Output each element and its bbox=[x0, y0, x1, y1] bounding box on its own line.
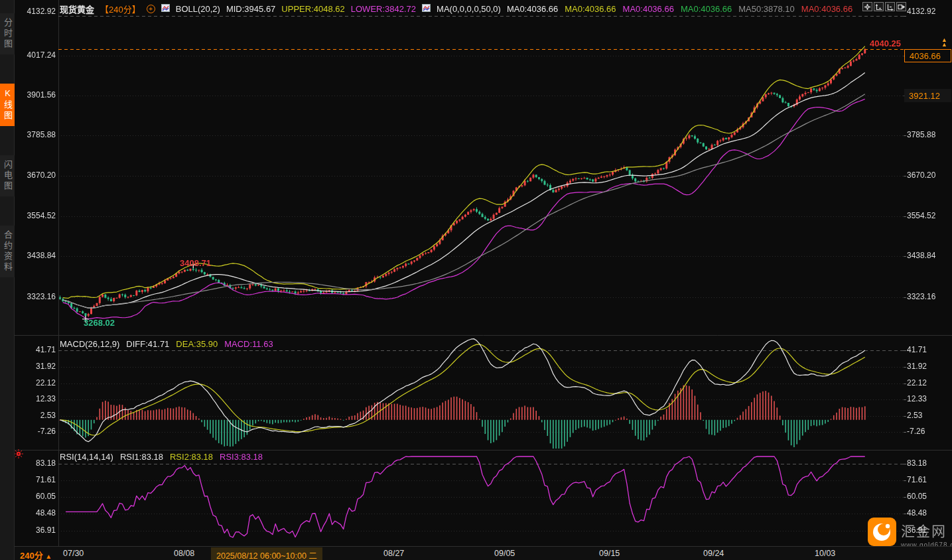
boll-lower-value: LOWER:3842.72 bbox=[351, 4, 416, 14]
rsi-header: RSI(14,14,14) RSI1:83.18 RSI2:83.18 RSI3… bbox=[60, 452, 263, 462]
axis-tick-label: 60.05 bbox=[907, 492, 927, 501]
ma-value: MA50:3878.10 bbox=[738, 4, 795, 14]
boll-settings-icon[interactable] bbox=[161, 4, 170, 14]
axis-tick-label: 4017.24 bbox=[13, 50, 56, 60]
axis-tick-label: 41.71 bbox=[13, 345, 56, 354]
period-high-label: 3408.71 bbox=[180, 258, 211, 268]
axis-tick-label: 36.91 bbox=[907, 525, 927, 535]
sidebar-tab-分时图[interactable]: 分时图 bbox=[0, 13, 15, 54]
axis-tick-label: 3901.56 bbox=[13, 90, 56, 100]
axis-tick-label: 41.71 bbox=[907, 345, 927, 354]
axis-tick-label: 3785.88 bbox=[907, 130, 935, 139]
axis-tick-label: 3670.20 bbox=[13, 171, 56, 180]
scale-time-axis-icon[interactable] bbox=[885, 2, 895, 11]
axis-tick-label: 71.61 bbox=[13, 475, 56, 484]
date-tick-label: 08/27 bbox=[383, 549, 404, 558]
date-tick-label: 09/24 bbox=[703, 549, 724, 558]
current-price-box: 4036.66 bbox=[904, 49, 951, 62]
axis-tick-label: -7.26 bbox=[907, 427, 925, 436]
axis-tick-label: 83.18 bbox=[907, 458, 927, 468]
crosshair-icon[interactable] bbox=[862, 2, 872, 11]
axis-tick-label: 3323.16 bbox=[907, 292, 935, 301]
axis-tick-label: 12.33 bbox=[907, 394, 927, 403]
ma-value: MA0:4036.66 bbox=[801, 4, 852, 14]
rsi3-value: RSI3:83.18 bbox=[220, 452, 263, 462]
period-low-label: 3268.02 bbox=[84, 318, 115, 328]
ma-value: MA0:4036.66 bbox=[565, 4, 616, 14]
axis-tick-label: -7.26 bbox=[13, 427, 56, 436]
boll-mid-value: MID:3945.67 bbox=[226, 4, 275, 14]
axis-tick-label: 3785.88 bbox=[13, 130, 56, 139]
axis-tick-label: 3323.16 bbox=[13, 292, 56, 301]
axis-tick-label: 3554.52 bbox=[13, 211, 56, 220]
ma-value: MA0:4036.66 bbox=[507, 4, 558, 14]
axis-tick-label: 71.61 bbox=[907, 475, 927, 484]
bar-high-label: 4040.25 bbox=[870, 38, 901, 48]
date-tick-label: 08/08 bbox=[174, 549, 194, 558]
axis-tick-label: 3438.84 bbox=[907, 251, 935, 260]
axis-tick-label: 36.91 bbox=[13, 525, 56, 535]
axis-tick-label: 31.92 bbox=[13, 362, 56, 371]
sidebar: 分时图K线图闪电图合约资料 bbox=[0, 0, 15, 560]
macd-macd-value: MACD:11.63 bbox=[224, 339, 273, 349]
macd-header: MACD(26,12,9) DIFF:41.71 DEA:35.90 MACD:… bbox=[60, 339, 273, 349]
axis-tick-label: 3438.84 bbox=[13, 251, 56, 260]
period-label[interactable]: 【240分】 bbox=[100, 3, 141, 15]
chart-toolbar bbox=[862, 2, 906, 11]
macd-dea-value: DEA:35.90 bbox=[176, 339, 218, 349]
logo-swirl-icon bbox=[868, 518, 896, 546]
ma-settings-icon[interactable] bbox=[422, 4, 431, 14]
axis-tick-label: 4132.92 bbox=[907, 7, 935, 16]
axis-tick-label: 48.48 bbox=[907, 508, 927, 518]
rsi2-value: RSI2:83.18 bbox=[170, 452, 213, 462]
axis-tick-label: 60.05 bbox=[13, 492, 56, 501]
selected-bar-time: 2025/08/12 06:00~10:00 二 bbox=[211, 547, 322, 560]
sidebar-tab-合约资料[interactable]: 合约资料 bbox=[0, 226, 15, 277]
symbol-name: 现货黄金 bbox=[60, 3, 94, 15]
boll-label: BOLL(20,2) bbox=[176, 4, 220, 14]
axis-tick-label: 31.92 bbox=[907, 362, 927, 371]
chart-canvas[interactable] bbox=[0, 0, 952, 560]
axis-tick-label: 3554.52 bbox=[907, 211, 935, 220]
ma-label: MA(0,0,0,0,50,0) bbox=[437, 4, 501, 14]
alert-dot-icon[interactable] bbox=[13, 449, 24, 462]
ma-value: MA0:4036.66 bbox=[681, 4, 732, 14]
ma-value: MA0:4036.66 bbox=[623, 4, 674, 14]
date-tick-label: 09/15 bbox=[599, 549, 620, 558]
rsi1-value: RSI1:83.18 bbox=[120, 452, 163, 462]
rsi-title[interactable]: RSI(14,14,14) bbox=[60, 452, 113, 462]
ma-values: MA0:4036.66MA0:4036.66MA0:4036.66MA0:403… bbox=[507, 4, 852, 14]
boll-upper-value: UPPER:4048.62 bbox=[281, 4, 344, 14]
secondary-price-label: 3921.12 bbox=[904, 89, 951, 102]
date-tick-label: 07/30 bbox=[63, 549, 84, 558]
date-tick-label: 10/03 bbox=[815, 549, 835, 558]
sidebar-tab-闪电图[interactable]: 闪电图 bbox=[0, 155, 15, 196]
period-up-triangle-icon: ▲ bbox=[45, 553, 52, 560]
axis-tick-label: 12.33 bbox=[13, 394, 56, 403]
axis-tick-label: 22.12 bbox=[13, 378, 56, 387]
axis-tick-label: 2.53 bbox=[13, 411, 56, 420]
axis-tick-label: 3670.20 bbox=[907, 171, 935, 180]
axis-tick-label: 4132.92 bbox=[13, 7, 56, 16]
price-up-arrows-icon: ▲▲ bbox=[941, 38, 947, 47]
macd-title[interactable]: MACD(26,12,9) bbox=[60, 339, 119, 349]
macd-diff-value: DIFF:41.71 bbox=[126, 339, 169, 349]
axis-tick-label: 48.48 bbox=[13, 508, 56, 518]
axis-tick-label: 2.53 bbox=[907, 411, 922, 420]
scale-price-axis-icon[interactable] bbox=[874, 2, 884, 11]
pan-right-icon[interactable] bbox=[896, 2, 906, 11]
sidebar-tab-K线图[interactable]: K线图 bbox=[0, 84, 15, 126]
chart-header: 现货黄金 【240分】 + BOLL(20,2) MID:3945.67 UPP… bbox=[60, 3, 852, 15]
period-selector[interactable]: 240分 ▲ bbox=[20, 549, 52, 560]
axis-tick-label: 22.12 bbox=[907, 378, 927, 387]
time-axis-bar: 240分 ▲ 2025/08/12 06:00~10:00 二 07/3008/… bbox=[15, 546, 952, 560]
add-indicator-icon[interactable]: + bbox=[147, 5, 155, 13]
trading-terminal: 分时图K线图闪电图合约资料 现货黄金 【240分】 + BOLL(20,2) M… bbox=[0, 0, 952, 560]
date-tick-label: 09/05 bbox=[494, 549, 515, 558]
